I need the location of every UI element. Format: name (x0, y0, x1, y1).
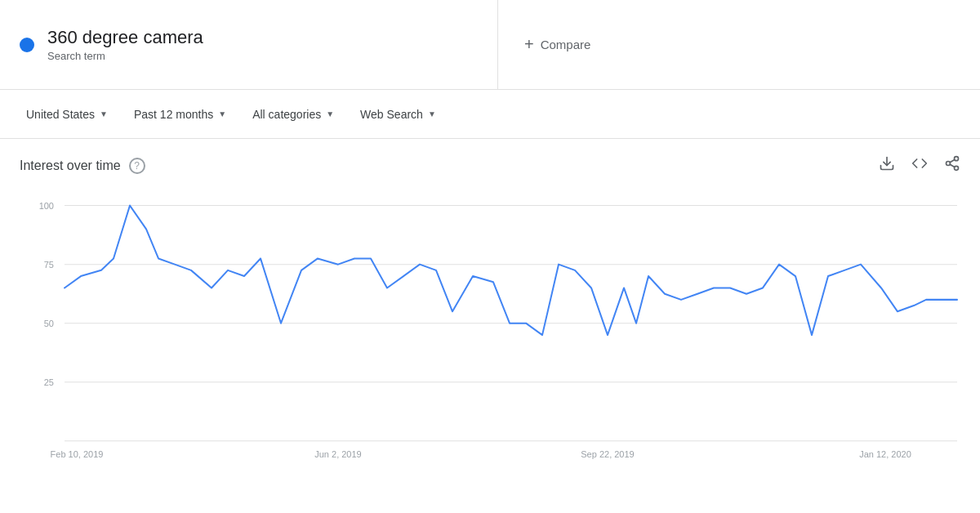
filters-bar: United States ▼ Past 12 months ▼ All cat… (0, 90, 980, 139)
search-term-dot (20, 38, 34, 52)
time-period-filter[interactable]: Past 12 months ▼ (124, 101, 236, 127)
search-type-filter[interactable]: Web Search ▼ (350, 101, 446, 127)
y-label-25: 25 (44, 377, 54, 387)
compare-section: + Compare (498, 0, 980, 89)
chart-actions (879, 155, 960, 176)
embed-icon[interactable] (911, 155, 928, 176)
x-label-feb: Feb 10, 2019 (51, 449, 104, 459)
search-term-title: 360 degree camera (47, 27, 203, 48)
share-icon[interactable] (944, 155, 960, 176)
interest-line (65, 206, 957, 336)
location-chevron-icon: ▼ (100, 109, 108, 118)
search-type-chevron-icon: ▼ (428, 109, 436, 118)
search-type-label: Web Search (360, 108, 423, 121)
location-label: United States (26, 108, 95, 121)
compare-button[interactable]: + Compare (524, 35, 590, 54)
category-label: All categories (252, 108, 321, 121)
time-period-label: Past 12 months (134, 108, 213, 121)
y-label-75: 75 (44, 260, 54, 270)
y-label-50: 50 (44, 319, 54, 328)
compare-label: Compare (541, 38, 591, 51)
search-term-section: 360 degree camera Search term (0, 0, 498, 89)
category-chevron-icon: ▼ (326, 109, 334, 118)
chart-container: 100 75 50 25 Feb 10, 2019 Jun 2, 2019 Se… (20, 189, 960, 475)
y-label-100: 100 (39, 201, 54, 211)
time-period-chevron-icon: ▼ (218, 109, 226, 118)
svg-line-5 (950, 159, 955, 162)
x-label-jun: Jun 2, 2019 (314, 449, 361, 459)
help-icon[interactable]: ? (129, 158, 145, 174)
svg-line-4 (950, 164, 955, 167)
x-label-sep: Sep 22, 2019 (581, 449, 634, 459)
location-filter[interactable]: United States ▼ (16, 101, 118, 127)
chart-section: Interest over time ? (0, 139, 980, 475)
download-icon[interactable] (879, 155, 895, 176)
compare-plus-icon: + (524, 35, 534, 54)
chart-svg: 100 75 50 25 Feb 10, 2019 Jun 2, 2019 Se… (20, 189, 960, 475)
x-label-jan: Jan 12, 2020 (859, 449, 911, 459)
search-term-subtitle: Search term (47, 50, 203, 62)
category-filter[interactable]: All categories ▼ (243, 101, 344, 127)
chart-title: Interest over time (20, 158, 121, 173)
